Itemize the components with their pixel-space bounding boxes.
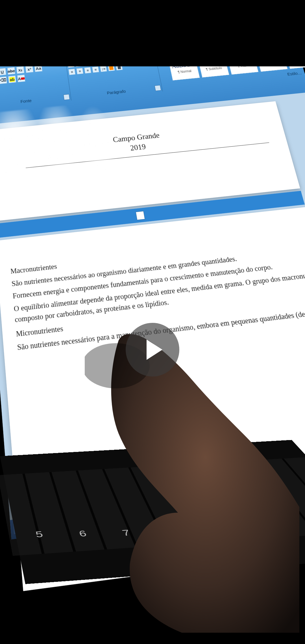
- para-dialog-launcher[interactable]: [154, 85, 161, 91]
- video-frame: oman▾ 12▾ Correspondências Revisão Exibi…: [0, 0, 305, 644]
- style-heading1[interactable]: AaBbCTítulo 1: [254, 66, 288, 72]
- page-break-marker: [136, 211, 145, 220]
- keyboard-grid: [0, 457, 305, 556]
- change-case-button[interactable]: Aa: [34, 66, 42, 72]
- font-color-button[interactable]: A: [17, 75, 25, 82]
- letterbox-bottom: [0, 633, 305, 644]
- bullets-button[interactable]: ≣: [67, 66, 75, 68]
- styles-gallery[interactable]: AaBbCcI¶ Normal AaBbC¶ Subtítulo AaBbC¶ …: [168, 66, 305, 80]
- align-center-button[interactable]: ≡: [76, 68, 83, 74]
- font-dialog-launcher[interactable]: [63, 94, 70, 100]
- align-right-button[interactable]: ≡: [84, 67, 91, 74]
- line-spacing-button[interactable]: ↕≡: [100, 66, 107, 72]
- highlight-button[interactable]: ab: [8, 75, 16, 83]
- group-para-label: Parágrafo: [70, 85, 162, 99]
- cover-block: Campo Grande 2019: [0, 118, 286, 168]
- numbering-button[interactable]: 1≡: [75, 66, 82, 67]
- superscript-button[interactable]: x²: [25, 66, 34, 73]
- clear-format-button[interactable]: ⌫: [0, 77, 7, 84]
- shading-button[interactable]: [108, 66, 115, 71]
- group-paragraph: ≣ 1≡ ⧉ ⇤ ⇥ A↕ ¶ ≡ ≡ ≡ ≡ ↕≡: [66, 66, 163, 101]
- play-icon: [147, 340, 162, 360]
- letterbox-top: [0, 0, 305, 66]
- borders-button[interactable]: ▦: [116, 66, 123, 70]
- laptop-keyboard: 5 6 7 8: [0, 440, 305, 584]
- photo-area: oman▾ 12▾ Correspondências Revisão Exibi…: [0, 66, 305, 633]
- styles-group-label: Estilo…: [287, 71, 302, 77]
- underline-button[interactable]: U: [0, 68, 6, 76]
- justify-button[interactable]: ≡: [92, 66, 99, 73]
- group-font: B I U abc x₂ x² Aa A▴ A▾ ⌫ ab A: [0, 66, 71, 109]
- align-left-button[interactable]: ≡: [68, 69, 75, 75]
- style-subtitle[interactable]: AaBbC¶ Subtítulo: [197, 66, 229, 78]
- group-font-label: Fonte: [0, 94, 71, 108]
- strike-button[interactable]: abc: [7, 67, 15, 75]
- style-title[interactable]: AaBbC¶ Título: [226, 66, 259, 75]
- subscript-button[interactable]: x₂: [16, 66, 25, 74]
- play-button[interactable]: [126, 323, 179, 377]
- style-normal[interactable]: AaBbCcI¶ Normal: [168, 66, 200, 80]
